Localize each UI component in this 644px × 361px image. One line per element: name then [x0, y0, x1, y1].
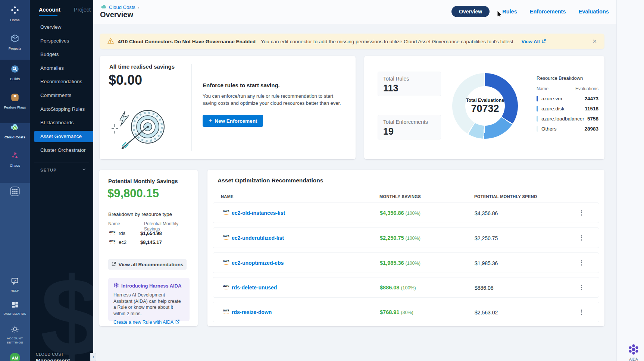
row-menu-kebab-icon[interactable]	[578, 259, 585, 267]
gear-icon	[11, 325, 19, 335]
realised-savings-label: All time realised savings	[109, 63, 175, 70]
sidebar-item-bi-dashboards[interactable]: BI Dashboards	[30, 117, 93, 128]
sidebar-item-asset-governance[interactable]: Asset Governance	[34, 131, 93, 142]
sidebar-item-commitments[interactable]: Commitments	[30, 90, 93, 101]
tab-account[interactable]: Account	[39, 7, 60, 13]
total-rules-value: 113	[383, 83, 435, 94]
sidebar-collapse-handle[interactable]: ‹	[90, 353, 96, 361]
legend-chip	[537, 106, 538, 112]
setup-label: SETUP	[40, 168, 57, 172]
donut-center-value: 70732	[471, 103, 499, 114]
banner-view-all-link[interactable]: View All	[522, 39, 546, 44]
row-menu-kebab-icon[interactable]	[578, 308, 585, 317]
sidebar-item-autostopping[interactable]: AutoStopping Rules	[30, 104, 93, 115]
aida-sparkle-icon	[113, 282, 119, 289]
aida-promo-text: Harness AI Development Assistant (AIDA) …	[113, 292, 184, 317]
rail-item-dashboards[interactable]: DASHBOARDS	[0, 301, 30, 316]
rail-item-feature-flags[interactable]: Feature Flags	[0, 92, 30, 109]
recommendation-row[interactable]: aws rds-delete-unused $886.08(100%) $886…	[213, 277, 599, 298]
harness-home-icon	[10, 5, 20, 16]
card-divider	[191, 64, 192, 151]
breadcrumb-link-cloud-costs[interactable]: Cloud Costs	[109, 4, 135, 10]
aida-create-rule-link[interactable]: Create a new Rule with AIDA	[113, 320, 184, 325]
resource-breakdown-title: Resource Breakdown	[537, 75, 598, 81]
close-icon[interactable]: ✕	[592, 38, 597, 45]
sidebar-item-recommendations[interactable]: Recommendations	[30, 76, 93, 87]
recommendation-link[interactable]: rds-delete-unused	[232, 285, 277, 291]
recommendation-row[interactable]: aws rds-resize-down $768.91(30%) $2,563.…	[213, 302, 599, 322]
tab-rules[interactable]: Rules	[502, 9, 517, 15]
sidebar-footer-product-2: Management	[36, 357, 70, 361]
breakdown-row: azure.vm 24473	[537, 96, 598, 101]
aws-icon: aws	[222, 283, 230, 291]
rail-item-help[interactable]: ? HELP	[0, 277, 30, 293]
recommendation-row[interactable]: aws ec2-old-instances-list $4,356.86(100…	[213, 203, 599, 223]
recommendations-title: Asset Optimization Recommendations	[218, 177, 323, 184]
recommendation-row[interactable]: aws ec2-unoptimized-ebs $1,985.36(100%) …	[213, 252, 599, 273]
row-menu-kebab-icon[interactable]	[578, 234, 585, 242]
tab-enforcements[interactable]: Enforcements	[530, 9, 566, 15]
user-avatar[interactable]: AM	[10, 353, 20, 361]
rail-item-builds[interactable]: Builds	[0, 64, 30, 81]
sidebar-item-cluster-orchestrator[interactable]: Cluster Orchestrator	[30, 145, 93, 156]
rail-item-projects[interactable]: Projects	[0, 34, 30, 50]
aida-promo-box: Introducing Harness AIDA Harness AI Deve…	[108, 278, 190, 321]
rail-label: Builds	[10, 77, 20, 81]
governance-stats-card: Total Rules 113 Total Enforcements 19 To…	[364, 56, 604, 159]
total-rules-label: Total Rules	[383, 76, 435, 82]
new-enforcement-button[interactable]: + New Enforcement	[203, 115, 263, 127]
recommendation-link[interactable]: ec2-underutilized-list	[232, 235, 284, 241]
apps-grid-icon	[9, 186, 21, 198]
aws-icon: aws	[222, 209, 230, 216]
rail-item-cloud-costs[interactable]: $ Cloud Costs	[0, 122, 30, 139]
resource-breakdown-header: Name Evaluations	[537, 86, 598, 91]
right-gutter	[616, 0, 644, 361]
donut-center-label: Total Evaluations	[466, 98, 504, 103]
cloud-costs-sidebar: $ Account Project Overview Perspectives …	[30, 0, 93, 361]
tab-overview[interactable]: Overview	[451, 6, 490, 17]
potential-savings-label: Potential Monthly Savings	[108, 178, 178, 184]
row-menu-kebab-icon[interactable]	[578, 209, 585, 217]
module-rail: Home Projects Builds Feature Flags $ Clo…	[0, 0, 30, 361]
setup-section-toggle[interactable]: SETUP	[40, 167, 87, 173]
sidebar-item-overview[interactable]: Overview	[30, 22, 93, 33]
recommendation-row[interactable]: aws ec2-underutilized-list $2,250.75(100…	[213, 227, 599, 248]
chaos-pinwheel-icon	[10, 151, 20, 162]
module-switcher-button[interactable]	[0, 186, 30, 198]
builds-icon	[10, 64, 20, 75]
aida-floating-button[interactable]: AIDA	[624, 344, 643, 361]
recommendation-link[interactable]: ec2-unoptimized-ebs	[232, 260, 284, 266]
svg-text:?: ?	[14, 279, 16, 283]
recommendation-link[interactable]: rds-resize-down	[232, 309, 272, 315]
total-enforcements-value: 19	[383, 126, 435, 137]
banner-message: You can edit connector to add the missin…	[261, 39, 515, 44]
sidebar-item-perspectives[interactable]: Perspectives	[30, 35, 93, 47]
aws-icon: aws	[222, 259, 230, 266]
enforce-description: You can enforce/run any rule or rule rec…	[203, 92, 348, 107]
dashboards-icon	[11, 301, 19, 310]
legend-chip	[537, 126, 538, 132]
cloud-costs-icon	[101, 4, 107, 10]
rail-item-account-settings[interactable]: ACCOUNT SETTINGS	[0, 325, 30, 345]
external-link-icon	[112, 262, 116, 267]
sidebar-item-anomalies[interactable]: Anomalies	[30, 63, 93, 74]
total-enforcements-label: Total Enforcements	[383, 119, 435, 125]
rail-item-home[interactable]: Home	[0, 5, 30, 22]
rail-item-chaos[interactable]: Chaos	[0, 151, 30, 167]
realised-savings-card: All time realised savings $0.00	[100, 56, 356, 159]
asset-optimization-card: Asset Optimization Recommendations NAME …	[207, 170, 604, 326]
dart-target-illustration-icon	[109, 104, 176, 154]
tab-evaluations[interactable]: Evaluations	[578, 9, 609, 15]
row-menu-kebab-icon[interactable]	[578, 284, 585, 292]
resource-breakdown: Resource Breakdown Name Evaluations azur…	[537, 75, 598, 132]
view-all-recommendations-button[interactable]: View all Recommendations	[108, 259, 187, 270]
breakdown-row: Others 28983	[537, 126, 598, 132]
tab-project[interactable]: Project	[74, 7, 91, 13]
recommendation-link[interactable]: ec2-old-instances-list	[232, 210, 285, 216]
aida-float-label: AIDA	[624, 357, 643, 361]
sidebar-item-budgets[interactable]: Budgets	[30, 49, 93, 60]
breakdown-row: azure.loadbalancer 5758	[537, 116, 598, 122]
banner-title: 4/10 Cloud Connectors Do Not Have Govern…	[118, 39, 256, 44]
rail-label: DASHBOARDS	[3, 312, 26, 316]
flag-icon	[10, 92, 20, 104]
